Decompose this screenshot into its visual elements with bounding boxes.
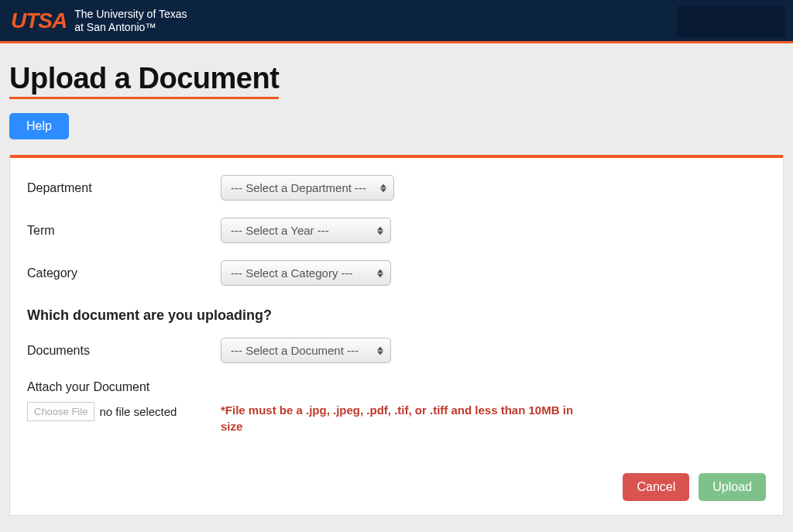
select-category[interactable]: --- Select a Category --- xyxy=(221,260,391,286)
select-documents[interactable]: --- Select a Document --- xyxy=(221,338,391,363)
upload-form-panel: Department --- Select a Department --- T… xyxy=(9,155,784,516)
upload-button[interactable]: Upload xyxy=(699,473,766,501)
label-department: Department xyxy=(27,181,221,195)
logo-block: UTSA The University of Texas at San Anto… xyxy=(11,8,187,33)
utsa-logo: UTSA xyxy=(11,9,67,33)
row-department: Department --- Select a Department --- xyxy=(27,175,766,201)
row-category: Category --- Select a Category --- xyxy=(27,260,766,286)
row-term: Term --- Select a Year --- xyxy=(27,218,766,243)
row-attach: Choose File no file selected *File must … xyxy=(27,402,766,434)
label-attach: Attach your Document xyxy=(27,380,766,394)
section-question: Which document are you uploading? xyxy=(27,307,766,324)
file-hint-text: *File must be a .jpg, .jpeg, .pdf, .tif,… xyxy=(221,402,585,434)
org-line-1: The University of Texas xyxy=(74,8,187,20)
org-line-2: at San Antonio™ xyxy=(74,21,187,33)
file-status-text: no file selected xyxy=(99,405,177,418)
row-documents: Documents --- Select a Document --- xyxy=(27,338,766,363)
label-category: Category xyxy=(27,266,221,280)
cancel-button[interactable]: Cancel xyxy=(623,473,689,501)
form-actions: Cancel Upload xyxy=(27,473,766,501)
select-department[interactable]: --- Select a Department --- xyxy=(221,175,394,201)
global-header: UTSA The University of Texas at San Anto… xyxy=(0,0,793,43)
select-term[interactable]: --- Select a Year --- xyxy=(221,218,391,243)
header-right-slot xyxy=(677,6,785,37)
page-title: Upload a Document xyxy=(9,62,279,99)
help-button[interactable]: Help xyxy=(9,113,69,139)
label-term: Term xyxy=(27,224,221,238)
choose-file-button[interactable]: Choose File xyxy=(27,402,94,421)
label-documents: Documents xyxy=(27,344,221,358)
org-name: The University of Texas at San Antonio™ xyxy=(74,8,187,33)
